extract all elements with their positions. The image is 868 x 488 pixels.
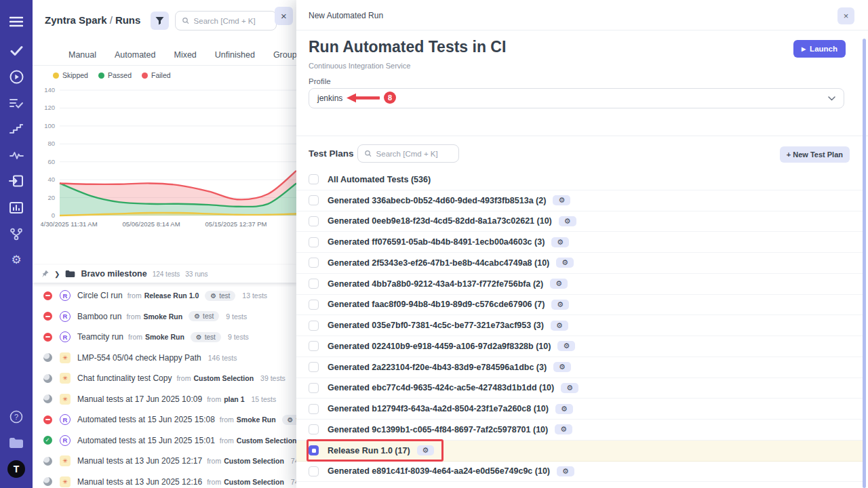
tab[interactable]: Manual <box>68 50 96 60</box>
test-plan-settings-button[interactable]: ⚙ <box>555 424 572 434</box>
run-from-target[interactable]: Custom Selection <box>237 436 296 445</box>
test-plan-settings-button[interactable]: ⚙ <box>559 216 576 226</box>
test-plan-checkbox[interactable] <box>309 466 319 476</box>
run-row[interactable]: Bamboo run from Smoke Run ⚙test 9 tests <box>33 306 296 327</box>
list-check-icon[interactable] <box>0 92 33 115</box>
folder-icon[interactable] <box>0 431 33 454</box>
test-plan-checkbox[interactable] <box>309 237 319 247</box>
profile-select[interactable]: jenkins <box>309 88 844 108</box>
run-test-badge[interactable]: ⚙test <box>191 332 221 342</box>
filter-button[interactable] <box>151 12 169 30</box>
bar-chart-icon[interactable] <box>0 196 33 219</box>
panel-close-button[interactable]: × <box>275 7 293 25</box>
test-plans-search[interactable] <box>357 144 459 163</box>
run-from-target[interactable]: Smoke Run <box>237 415 276 424</box>
run-name[interactable]: Automated tests at 15 Jun 2025 15:08 <box>77 415 215 424</box>
test-plan-checkbox[interactable] <box>309 216 319 226</box>
activity-icon[interactable] <box>0 144 33 167</box>
run-name[interactable]: LMP-554 05/04 check Happy Path <box>77 353 201 363</box>
new-test-plan-button[interactable]: + New Test Plan <box>780 146 850 163</box>
tab[interactable]: Unfinished <box>215 50 255 60</box>
test-plan-row[interactable]: All Automated Tests (536) ⚙ <box>296 169 863 190</box>
run-name[interactable]: Teamcity run <box>77 332 123 342</box>
test-plan-checkbox[interactable] <box>309 445 319 455</box>
import-box-icon[interactable] <box>0 169 33 192</box>
test-plan-row[interactable]: Generated 2a223104-f20e-4b43-83d9-e78459… <box>296 357 863 378</box>
run-name[interactable]: Manual tests at 17 Jun 2025 10:09 <box>77 394 202 404</box>
test-plan-settings-button[interactable]: ⚙ <box>553 362 571 372</box>
steps-icon[interactable] <box>0 117 33 140</box>
run-row[interactable]: Manual tests at 13 Jun 2025 12:16 from C… <box>33 472 296 488</box>
run-name[interactable]: Automated tests at 15 Jun 2025 15:01 <box>77 436 215 445</box>
test-plan-settings-button[interactable]: ⚙ <box>550 279 568 289</box>
run-from-target[interactable]: Custom Selection <box>193 374 254 382</box>
run-row[interactable]: Manual tests at 17 Jun 2025 10:09 from p… <box>33 389 296 410</box>
run-row[interactable]: Automated tests at 15 Jun 2025 15:01 fro… <box>33 430 296 451</box>
test-plan-row[interactable]: Generated 2f5343e3-ef26-47b1-be8b-44cabc… <box>296 253 863 274</box>
run-from-target[interactable]: Smoke Run <box>143 312 182 321</box>
run-row[interactable]: LMP-554 05/04 check Happy Path from ⚙ 14… <box>33 348 296 369</box>
test-plan-row[interactable]: Generated ff076591-05ab-4b4b-8491-1ecb00… <box>296 232 863 253</box>
gear-icon[interactable]: ⚙ <box>0 248 33 271</box>
test-plan-row[interactable]: Generated 9c1399b1-c065-4f84-8697-7af2c5… <box>296 420 863 441</box>
test-plan-settings-button[interactable]: ⚙ <box>551 321 568 331</box>
drawer-close-button[interactable]: × <box>837 7 854 24</box>
test-plan-checkbox[interactable] <box>309 300 319 310</box>
test-plan-checkbox[interactable] <box>309 362 319 372</box>
help-icon[interactable]: ? <box>0 405 33 428</box>
run-row[interactable]: Automated tests at 15 Jun 2025 15:08 fro… <box>33 409 296 430</box>
app-logo[interactable]: T <box>0 458 33 481</box>
milestone-row[interactable]: ❯ Bravo milestone 124 tests 33 runs <box>33 265 296 283</box>
test-plan-row[interactable]: Generated e891c41f-8039-4e64-aa24-e0d56e… <box>296 462 863 483</box>
test-plan-checkbox[interactable] <box>309 174 319 184</box>
test-plan-checkbox[interactable] <box>309 258 319 268</box>
test-plan-row[interactable]: Generated 022410b9-e918-4459-a106-97d2a9… <box>296 336 863 357</box>
test-plan-settings-button[interactable]: ⚙ <box>557 466 574 476</box>
test-plan-settings-button[interactable]: ⚙ <box>561 383 578 393</box>
test-plan-checkbox[interactable] <box>309 321 319 331</box>
test-plan-checkbox[interactable] <box>309 341 319 351</box>
breadcrumb-project[interactable]: Zyntra Spark <box>45 14 107 26</box>
test-plan-checkbox[interactable] <box>309 195 319 205</box>
run-from-target[interactable]: Custom Selection <box>224 457 284 465</box>
drawer-scrollbar[interactable] <box>863 39 866 488</box>
test-plan-settings-button[interactable]: ⚙ <box>553 195 570 205</box>
play-circle-icon[interactable] <box>0 65 33 88</box>
run-from-target[interactable]: Release Run 1.0 <box>144 291 199 300</box>
test-plans-search-input[interactable] <box>376 150 452 158</box>
test-plan-settings-button[interactable]: ⚙ <box>551 300 569 310</box>
run-from-target[interactable]: Smoke Run <box>145 333 184 341</box>
test-plan-row[interactable]: Generated 0eeb9e18-f23d-4cd5-82dd-8a1a73… <box>296 211 863 232</box>
run-from-target[interactable]: Custom Selection <box>224 478 284 486</box>
test-plan-checkbox[interactable] <box>309 404 319 414</box>
test-plan-settings-button[interactable]: ⚙ <box>551 237 569 247</box>
test-plan-checkbox[interactable] <box>309 279 319 289</box>
run-name[interactable]: Chat functinality test Copy <box>77 373 172 383</box>
run-test-badge[interactable]: ⚙test <box>189 311 219 321</box>
test-plan-settings-button[interactable]: ⚙ <box>555 404 573 414</box>
check-icon[interactable] <box>0 39 33 62</box>
test-plan-row[interactable]: Generated faac8f09-94b8-4b19-89d9-c576cd… <box>296 295 863 316</box>
run-row[interactable]: Circle CI run from Release Run 1.0 ⚙test… <box>33 285 296 306</box>
tab[interactable]: Mixed <box>174 50 196 60</box>
run-name[interactable]: Circle CI run <box>77 291 123 300</box>
test-plan-checkbox[interactable] <box>309 424 319 434</box>
runs-search[interactable] <box>175 11 277 30</box>
runs-search-input[interactable] <box>194 17 269 25</box>
run-row[interactable]: Manual tests at 13 Jun 2025 12:17 from C… <box>33 451 296 472</box>
branch-icon[interactable] <box>0 222 33 245</box>
breadcrumb[interactable]: Zyntra Spark/Runs <box>45 14 140 26</box>
tab[interactable]: Automated <box>115 50 155 60</box>
run-row[interactable]: Teamcity run from Smoke Run ⚙test 9 test… <box>33 327 296 348</box>
run-test-badge[interactable]: ⚙test <box>282 415 296 425</box>
test-plan-row[interactable]: Generated b12794f3-643a-4a2d-8504-23f1e7… <box>296 399 863 420</box>
test-plan-row[interactable]: Release Run 1.0 (17) ⚙ <box>296 441 863 462</box>
run-from-target[interactable]: plan 1 <box>224 395 244 403</box>
test-plan-row[interactable]: Generated ebc77c4d-9635-424c-ac5e-427483… <box>296 378 863 399</box>
milestone-name[interactable]: Bravo milestone <box>81 269 146 279</box>
test-plan-checkbox[interactable] <box>309 383 319 393</box>
run-name[interactable]: Manual tests at 13 Jun 2025 12:16 <box>77 477 202 487</box>
chevron-right-icon[interactable]: ❯ <box>54 270 60 278</box>
launch-button[interactable]: ▶ Launch <box>793 40 846 58</box>
run-name[interactable]: Bamboo run <box>77 312 121 321</box>
